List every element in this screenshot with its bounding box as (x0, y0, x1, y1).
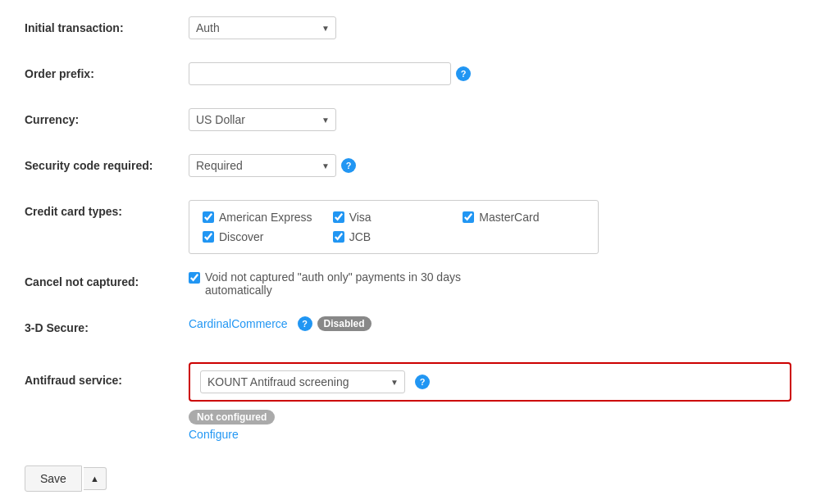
initial-transaction-select-wrapper: Auth Sale (189, 16, 336, 39)
security-code-row: Security code required: Required Optiona… (25, 154, 791, 184)
not-configured-badge: Not configured (189, 410, 275, 425)
antifraud-service-control: KOUNT Antifraud screening None ? Not con… (189, 362, 791, 441)
card-american-express-label: American Express (219, 211, 312, 224)
security-code-select-wrapper: Required Optional None (189, 154, 336, 177)
antifraud-sub: Not configured (189, 405, 791, 425)
antifraud-highlighted-box: KOUNT Antifraud screening None ? (189, 362, 791, 402)
currency-row: Currency: US Dollar Euro GBP (25, 108, 791, 138)
cancel-checkbox-text: Void not captured "auth only" payments i… (205, 270, 461, 297)
security-code-help-icon[interactable]: ? (341, 158, 356, 173)
antifraud-select-wrapper: KOUNT Antifraud screening None (200, 370, 405, 393)
credit-card-types-row: Credit card types: American Express Visa… (25, 200, 791, 254)
card-visa-checkbox[interactable] (333, 211, 344, 223)
configure-link[interactable]: Configure (189, 428, 239, 441)
currency-label: Currency: (25, 108, 189, 126)
card-discover-checkbox[interactable] (203, 231, 214, 243)
initial-transaction-label: Initial transaction: (25, 16, 189, 34)
cancel-not-captured-row: Cancel not captured: Void not captured "… (25, 270, 791, 300)
card-jcb-label: JCB (349, 230, 371, 243)
credit-card-types-control: American Express Visa MasterCard Discove… (189, 200, 791, 254)
currency-select[interactable]: US Dollar Euro GBP (189, 108, 336, 131)
card-jcb[interactable]: JCB (333, 230, 455, 243)
order-prefix-row: Order prefix: ? (25, 62, 791, 92)
credit-card-types-box: American Express Visa MasterCard Discove… (189, 200, 599, 254)
three-d-secure-label: 3-D Secure: (25, 316, 189, 334)
antifraud-help-icon[interactable]: ? (415, 375, 430, 389)
card-jcb-checkbox[interactable] (333, 231, 344, 243)
disabled-badge: Disabled (317, 316, 372, 331)
cancel-checkbox[interactable] (189, 272, 200, 284)
order-prefix-label: Order prefix: (25, 62, 189, 80)
cancel-checkbox-label[interactable]: Void not captured "auth only" payments i… (189, 270, 791, 297)
card-mastercard[interactable]: MasterCard (463, 211, 585, 224)
save-area: Save ▲ (25, 465, 791, 492)
three-d-secure-help-icon[interactable]: ? (298, 316, 312, 331)
antifraud-select-row: KOUNT Antifraud screening None ? (200, 370, 780, 393)
cancel-not-captured-control: Void not captured "auth only" payments i… (189, 270, 791, 297)
three-d-secure-control: CardinalCommerce ? Disabled (189, 316, 791, 331)
up-arrow-icon: ▲ (90, 474, 99, 484)
credit-card-types-label: Credit card types: (25, 200, 189, 218)
order-prefix-help-icon[interactable]: ? (456, 66, 471, 81)
card-discover[interactable]: Discover (203, 230, 325, 243)
card-american-express-checkbox[interactable] (203, 211, 214, 223)
antifraud-label: Antifraud service: (25, 362, 189, 387)
card-discover-label: Discover (219, 230, 263, 243)
initial-transaction-select[interactable]: Auth Sale (189, 16, 336, 39)
card-mastercard-checkbox[interactable] (463, 211, 474, 223)
secure-row: CardinalCommerce ? Disabled (189, 316, 791, 331)
order-prefix-input[interactable] (189, 62, 451, 85)
card-visa[interactable]: Visa (333, 211, 455, 224)
three-d-secure-row: 3-D Secure: CardinalCommerce ? Disabled (25, 316, 791, 346)
cardinal-commerce-link[interactable]: CardinalCommerce (189, 317, 288, 330)
card-visa-label: Visa (349, 211, 372, 224)
antifraud-select[interactable]: KOUNT Antifraud screening None (200, 370, 405, 393)
save-button[interactable]: Save (25, 465, 82, 492)
security-code-label: Security code required: (25, 154, 189, 172)
initial-transaction-control: Auth Sale (189, 16, 791, 39)
save-dropdown-button[interactable]: ▲ (84, 467, 107, 490)
configure-link-wrapper: Configure (189, 428, 791, 441)
security-code-control: Required Optional None ? (189, 154, 791, 177)
currency-select-wrapper: US Dollar Euro GBP (189, 108, 336, 131)
card-american-express[interactable]: American Express (203, 211, 325, 224)
initial-transaction-row: Initial transaction: Auth Sale (25, 16, 791, 46)
security-code-select[interactable]: Required Optional None (189, 154, 336, 177)
order-prefix-control: ? (189, 62, 791, 85)
antifraud-service-row: Antifraud service: KOUNT Antifraud scree… (25, 362, 791, 441)
card-mastercard-label: MasterCard (479, 211, 539, 224)
currency-control: US Dollar Euro GBP (189, 108, 791, 131)
cancel-not-captured-label: Cancel not captured: (25, 270, 189, 288)
